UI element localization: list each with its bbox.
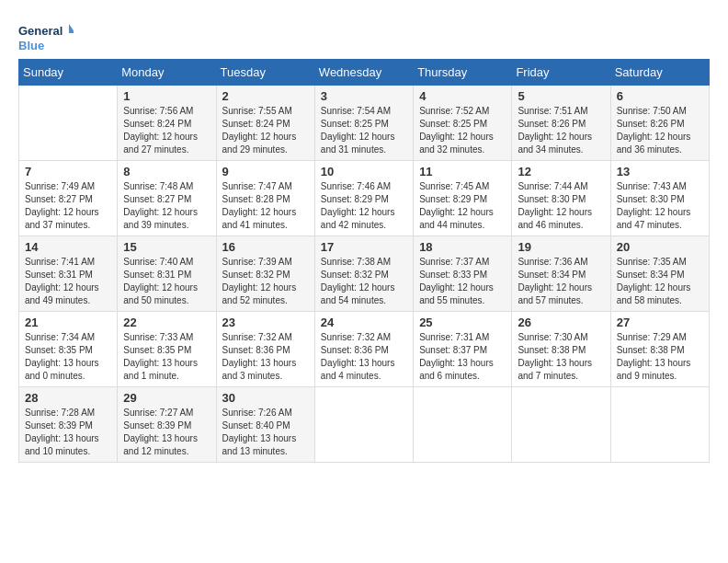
daylight-text: Daylight: 12 hours and 52 minutes. (222, 282, 297, 305)
day-number: 3 (321, 89, 407, 103)
daylight-text: Daylight: 13 hours and 13 minutes. (222, 433, 297, 456)
sunset-text: Sunset: 8:34 PM (617, 270, 685, 280)
day-number: 9 (222, 165, 309, 178)
daylight-text: Daylight: 12 hours and 47 minutes. (617, 207, 691, 230)
daylight-text: Daylight: 12 hours and 27 minutes. (123, 132, 198, 155)
sunrise-text: Sunrise: 7:51 AM (518, 106, 587, 116)
sunrise-text: Sunrise: 7:47 AM (222, 181, 292, 191)
sunset-text: Sunset: 8:32 PM (321, 270, 389, 280)
sunrise-text: Sunrise: 7:32 AM (222, 332, 292, 342)
day-info: Sunrise: 7:31 AM Sunset: 8:37 PM Dayligh… (419, 331, 506, 383)
day-number: 22 (123, 316, 210, 329)
sunset-text: Sunset: 8:30 PM (518, 194, 586, 204)
day-info: Sunrise: 7:43 AM Sunset: 8:30 PM Dayligh… (617, 180, 703, 232)
daylight-text: Daylight: 12 hours and 31 minutes. (321, 132, 395, 155)
calendar-cell (414, 387, 512, 463)
calendar-cell: 15 Sunrise: 7:40 AM Sunset: 8:31 PM Dayl… (118, 236, 216, 312)
sunset-text: Sunset: 8:28 PM (222, 194, 290, 204)
day-number: 20 (617, 240, 703, 254)
day-number: 27 (617, 316, 703, 329)
sunrise-text: Sunrise: 7:37 AM (419, 257, 489, 267)
calendar-table: SundayMondayTuesdayWednesdayThursdayFrid… (18, 59, 710, 463)
daylight-text: Daylight: 13 hours and 4 minutes. (321, 358, 395, 381)
daylight-text: Daylight: 12 hours and 41 minutes. (222, 207, 297, 230)
day-info: Sunrise: 7:47 AM Sunset: 8:28 PM Dayligh… (222, 180, 309, 232)
svg-text:General: General (18, 24, 63, 38)
day-info: Sunrise: 7:52 AM Sunset: 8:25 PM Dayligh… (419, 105, 506, 156)
sunrise-text: Sunrise: 7:30 AM (518, 332, 587, 342)
sunrise-text: Sunrise: 7:56 AM (123, 106, 193, 116)
daylight-text: Daylight: 12 hours and 50 minutes. (123, 282, 198, 305)
daylight-text: Daylight: 12 hours and 44 minutes. (419, 207, 494, 230)
day-info: Sunrise: 7:49 AM Sunset: 8:27 PM Dayligh… (25, 180, 111, 232)
day-info: Sunrise: 7:28 AM Sunset: 8:39 PM Dayligh… (25, 407, 111, 458)
day-number: 6 (617, 89, 703, 103)
calendar-cell (314, 387, 413, 463)
calendar-week-row: 14 Sunrise: 7:41 AM Sunset: 8:31 PM Dayl… (19, 236, 710, 312)
day-number: 23 (222, 316, 309, 329)
sunset-text: Sunset: 8:32 PM (222, 270, 290, 280)
day-number: 10 (321, 165, 407, 178)
sunrise-text: Sunrise: 7:38 AM (321, 257, 391, 267)
sunset-text: Sunset: 8:29 PM (419, 194, 487, 204)
day-number: 4 (419, 89, 506, 103)
sunrise-text: Sunrise: 7:29 AM (617, 332, 687, 342)
daylight-text: Daylight: 12 hours and 57 minutes. (518, 282, 592, 305)
sunrise-text: Sunrise: 7:36 AM (518, 257, 587, 267)
sunrise-text: Sunrise: 7:49 AM (25, 181, 95, 191)
sunset-text: Sunset: 8:34 PM (518, 270, 586, 280)
day-number: 28 (25, 391, 111, 405)
daylight-text: Daylight: 12 hours and 34 minutes. (518, 132, 592, 155)
day-info: Sunrise: 7:26 AM Sunset: 8:40 PM Dayligh… (222, 407, 309, 458)
day-number: 21 (25, 316, 111, 329)
daylight-text: Daylight: 13 hours and 9 minutes. (617, 358, 691, 381)
sunset-text: Sunset: 8:26 PM (617, 119, 685, 129)
calendar-cell: 17 Sunrise: 7:38 AM Sunset: 8:32 PM Dayl… (314, 236, 413, 312)
day-info: Sunrise: 7:29 AM Sunset: 8:38 PM Dayligh… (617, 331, 703, 383)
day-info: Sunrise: 7:45 AM Sunset: 8:29 PM Dayligh… (419, 180, 506, 232)
day-number: 25 (419, 316, 506, 329)
header-tuesday: Tuesday (216, 60, 314, 86)
daylight-text: Daylight: 13 hours and 1 minute. (123, 358, 198, 381)
sunset-text: Sunset: 8:30 PM (617, 194, 685, 204)
calendar-cell: 23 Sunrise: 7:32 AM Sunset: 8:36 PM Dayl… (216, 312, 314, 387)
header-thursday: Thursday (414, 60, 512, 86)
calendar-cell: 26 Sunrise: 7:30 AM Sunset: 8:38 PM Dayl… (512, 312, 610, 387)
sunset-text: Sunset: 8:27 PM (123, 194, 191, 204)
calendar-week-row: 21 Sunrise: 7:34 AM Sunset: 8:35 PM Dayl… (19, 312, 710, 387)
day-number: 2 (222, 89, 309, 103)
day-number: 13 (617, 165, 703, 178)
calendar-cell: 8 Sunrise: 7:48 AM Sunset: 8:27 PM Dayli… (118, 161, 216, 236)
sunrise-text: Sunrise: 7:41 AM (25, 257, 95, 267)
calendar-cell: 24 Sunrise: 7:32 AM Sunset: 8:36 PM Dayl… (314, 312, 413, 387)
day-info: Sunrise: 7:44 AM Sunset: 8:30 PM Dayligh… (518, 180, 604, 232)
day-number: 5 (518, 89, 604, 103)
day-info: Sunrise: 7:48 AM Sunset: 8:27 PM Dayligh… (123, 180, 210, 232)
sunrise-text: Sunrise: 7:34 AM (25, 332, 95, 342)
day-number: 29 (123, 391, 210, 405)
calendar-cell: 16 Sunrise: 7:39 AM Sunset: 8:32 PM Dayl… (216, 236, 314, 312)
calendar-cell: 10 Sunrise: 7:46 AM Sunset: 8:29 PM Dayl… (314, 161, 413, 236)
day-info: Sunrise: 7:37 AM Sunset: 8:33 PM Dayligh… (419, 256, 506, 307)
sunrise-text: Sunrise: 7:50 AM (617, 106, 687, 116)
day-info: Sunrise: 7:40 AM Sunset: 8:31 PM Dayligh… (123, 256, 210, 307)
page-header: General Blue (18, 18, 710, 55)
daylight-text: Daylight: 12 hours and 55 minutes. (419, 282, 494, 305)
sunset-text: Sunset: 8:36 PM (321, 345, 389, 355)
day-info: Sunrise: 7:27 AM Sunset: 8:39 PM Dayligh… (123, 407, 210, 458)
daylight-text: Daylight: 12 hours and 54 minutes. (321, 282, 395, 305)
header-saturday: Saturday (610, 60, 709, 86)
sunrise-text: Sunrise: 7:31 AM (419, 332, 489, 342)
day-number: 14 (25, 240, 111, 254)
sunset-text: Sunset: 8:33 PM (419, 270, 487, 280)
sunset-text: Sunset: 8:39 PM (123, 420, 191, 431)
calendar-header-row: SundayMondayTuesdayWednesdayThursdayFrid… (19, 60, 710, 86)
calendar-cell: 27 Sunrise: 7:29 AM Sunset: 8:38 PM Dayl… (610, 312, 709, 387)
day-number: 11 (419, 165, 506, 178)
calendar-cell: 7 Sunrise: 7:49 AM Sunset: 8:27 PM Dayli… (19, 161, 118, 236)
day-info: Sunrise: 7:30 AM Sunset: 8:38 PM Dayligh… (518, 331, 604, 383)
sunset-text: Sunset: 8:35 PM (25, 345, 93, 355)
day-info: Sunrise: 7:38 AM Sunset: 8:32 PM Dayligh… (321, 256, 407, 307)
sunrise-text: Sunrise: 7:55 AM (222, 106, 292, 116)
daylight-text: Daylight: 13 hours and 7 minutes. (518, 358, 592, 381)
